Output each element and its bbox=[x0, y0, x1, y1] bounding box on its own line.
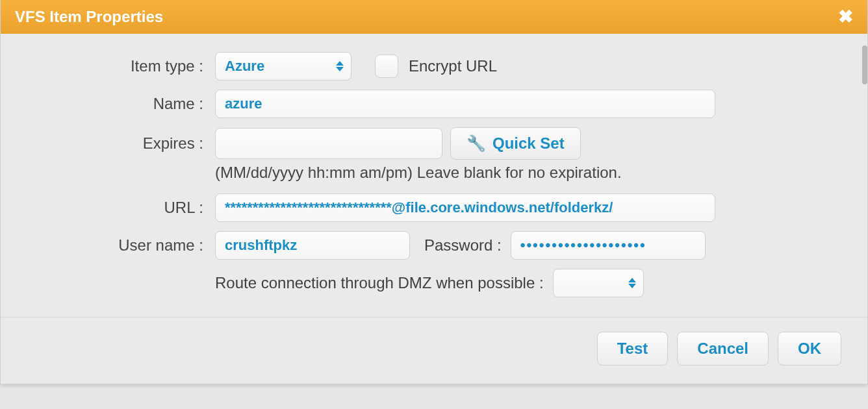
test-button[interactable]: Test bbox=[597, 332, 669, 366]
encrypt-url-checkbox[interactable] bbox=[375, 55, 398, 78]
name-label: Name : bbox=[27, 95, 215, 113]
vfs-properties-dialog: VFS Item Properties ✖ Item type : Encryp… bbox=[0, 0, 868, 384]
dialog-titlebar: VFS Item Properties ✖ bbox=[1, 0, 867, 34]
ok-button[interactable]: OK bbox=[778, 332, 841, 366]
item-type-select-wrap bbox=[215, 52, 351, 81]
dialog-footer: Test Cancel OK bbox=[1, 317, 867, 384]
expires-label: Expires : bbox=[27, 134, 215, 153]
url-input[interactable] bbox=[215, 193, 715, 222]
url-label: URL : bbox=[27, 199, 215, 217]
dmz-select[interactable] bbox=[553, 269, 644, 297]
row-dmz: Route connection through DMZ when possib… bbox=[27, 269, 841, 297]
form-area: Item type : Encrypt URL Name : Expires :… bbox=[1, 34, 867, 317]
username-label: User name : bbox=[27, 236, 215, 254]
item-type-label: Item type : bbox=[27, 57, 215, 75]
encrypt-url-label: Encrypt URL bbox=[409, 57, 497, 75]
quick-set-label: Quick Set bbox=[492, 134, 565, 153]
username-input[interactable] bbox=[215, 231, 410, 260]
item-type-select[interactable] bbox=[215, 52, 351, 81]
row-item-type: Item type : Encrypt URL bbox=[27, 52, 841, 81]
expires-input[interactable] bbox=[215, 128, 442, 159]
wrench-icon: 🔧 bbox=[466, 134, 486, 153]
password-input[interactable] bbox=[511, 231, 706, 260]
scrollbar-thumb[interactable] bbox=[862, 45, 867, 84]
row-url: URL : bbox=[27, 193, 841, 222]
dialog-title: VFS Item Properties bbox=[15, 8, 163, 26]
expires-helper-text: (MM/dd/yyyy hh:mm am/pm) Leave blank for… bbox=[215, 164, 622, 182]
dmz-label: Route connection through DMZ when possib… bbox=[215, 274, 544, 292]
dmz-select-wrap bbox=[553, 269, 644, 297]
row-expires-helper: (MM/dd/yyyy hh:mm am/pm) Leave blank for… bbox=[27, 164, 841, 182]
row-credentials: User name : Password : bbox=[27, 231, 841, 260]
password-label: Password : bbox=[424, 236, 502, 254]
cancel-button[interactable]: Cancel bbox=[677, 332, 769, 366]
row-name: Name : bbox=[27, 90, 841, 118]
quick-set-button[interactable]: 🔧 Quick Set bbox=[450, 127, 581, 160]
row-expires: Expires : 🔧 Quick Set bbox=[27, 127, 841, 160]
name-input[interactable] bbox=[215, 90, 715, 118]
close-icon[interactable]: ✖ bbox=[838, 8, 853, 26]
